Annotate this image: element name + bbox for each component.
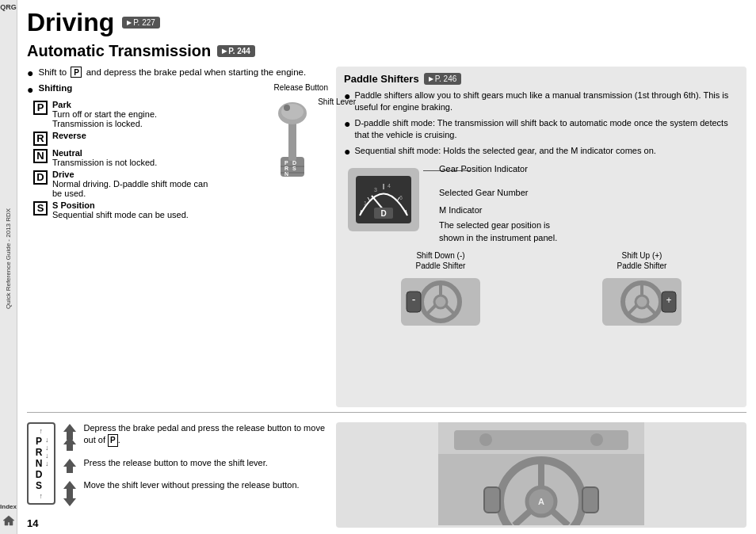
page-title: Driving — [27, 8, 114, 37]
svg-text:4: 4 — [388, 183, 391, 189]
shift-down-title: Shift Down (-) Paddle Shifter — [416, 250, 466, 271]
sidebar-index-label[interactable]: Index — [0, 503, 17, 510]
gear-desc-d: Normal driving. D-paddle shift mode can … — [52, 179, 208, 198]
left-column: ● Shift to P and depress the brake pedal… — [27, 67, 328, 407]
shift-diagram-row: ● Shifting P Park Turn off or start the … — [27, 83, 328, 222]
prnd-diagram: ↑ P R N D S ↓ ↓ ↓ — [27, 422, 55, 505]
gear-list: P Park Turn off or start the engine.Tran… — [27, 100, 217, 219]
p-arrows: ↑ — [40, 427, 44, 435]
selected-gear-label: Selected Gear Number — [439, 188, 529, 197]
intro-shift-to: Shift to — [38, 67, 67, 77]
svg-marker-44 — [63, 459, 76, 473]
gear-name-s: S Position — [52, 200, 95, 210]
p-gear-inline: P — [71, 67, 82, 78]
prnd-row: P R N D S ↓ ↓ ↓ ↓ — [33, 436, 49, 491]
paddle-bullet-text-1: Paddle shifters allow you to shift gears… — [354, 90, 739, 114]
instr-text-1: Depress the brake pedal and press the re… — [84, 422, 329, 447]
gear-text-s: S Position Sequential shift mode can be … — [52, 200, 189, 219]
intro-bullet: ● Shift to P and depress the brake pedal… — [27, 67, 328, 80]
down-arrows-svg-1 — [62, 422, 78, 451]
right-column: Paddle Shifters P. 246 ● Paddle shifters… — [336, 67, 746, 407]
paddle-bullet-text-3: Sequential shift mode: Holds the selecte… — [354, 145, 655, 158]
instr-arrow-3 — [62, 479, 78, 508]
svg-text:A: A — [538, 497, 544, 506]
gear-name-d: Drive — [52, 170, 74, 179]
paddle-ref-badge: P. 246 — [424, 73, 462, 85]
home-icon — [2, 515, 15, 526]
prnd-d: D — [33, 469, 44, 480]
gear-item-d: D Drive Normal driving. D-paddle shift m… — [33, 170, 217, 198]
p-up-arrow: ↑ — [40, 427, 44, 435]
gear-name-n: Neutral — [52, 148, 82, 158]
section-title: Automatic Transmission P. 244 — [27, 42, 746, 60]
paddle-bullet-text-2: D-paddle shift mode: The transmission wi… — [354, 117, 739, 142]
gear-name-p: Park — [52, 100, 71, 109]
svg-rect-55 — [484, 487, 500, 513]
gear-box-n: N — [33, 149, 48, 163]
intro-text: Shift to P and depress the brake pedal w… — [38, 67, 306, 80]
intro-text2: and depress the brake pedal when startin… — [86, 67, 306, 77]
paddle-bullet-2: ● D-paddle shift mode: The transmission … — [344, 117, 739, 142]
section-title-text: Automatic Transmission — [27, 42, 211, 60]
gear-text-d: Drive Normal driving. D-paddle shift mod… — [52, 170, 217, 198]
instr-text-2: Press the release button to move the shi… — [84, 457, 329, 469]
s-arrows: ↑ — [40, 492, 44, 500]
sidebar-home-label[interactable] — [2, 515, 15, 528]
svg-point-59 — [590, 433, 603, 446]
m-indicator-section: M Indicator — [439, 205, 558, 215]
gear-text-r: Reverse — [52, 131, 86, 140]
instr-row-1: Depress the brake pedal and press the re… — [62, 422, 329, 451]
gear-item-n: N Neutral Transmission is not locked. — [33, 148, 217, 167]
arrow-down-4: ↓ — [45, 460, 49, 467]
separator — [27, 412, 746, 413]
prnd-n: N — [33, 458, 44, 469]
svg-text:N: N — [284, 171, 288, 177]
svg-point-4 — [284, 105, 290, 111]
bullet-dot-2: ● — [344, 117, 350, 142]
gear-indicator-labels: Gear Position Indicator Selected Gear Nu… — [431, 164, 558, 244]
arrow-down-2: ↓ — [45, 444, 49, 452]
paddle-title: Paddle Shifters — [344, 73, 419, 85]
bottom-section: ↑ P R N D S ↓ ↓ ↓ — [27, 422, 746, 528]
shift-down-label: Shift Down (-) — [416, 251, 464, 260]
svg-text:D: D — [380, 209, 386, 218]
instr-arrow-1 — [62, 422, 78, 451]
shift-up-svg: + — [598, 274, 685, 330]
prnd-col: P R N D S — [33, 436, 44, 491]
paddle-images-row: Shift Down (-) Paddle Shifter — [344, 250, 739, 330]
sidebar-qrg-label[interactable]: QRG — [0, 0, 18, 14]
prnd-s: S — [33, 480, 44, 491]
gear-box-d: D — [33, 170, 48, 185]
bottom-right: A — [336, 422, 746, 528]
bullet-dot-3: ● — [344, 145, 350, 158]
shifting-bullet: ● — [27, 83, 33, 97]
paddle-bullets: ● Paddle shifters allow you to shift gea… — [344, 90, 739, 158]
instr-arrow-2 — [62, 457, 78, 473]
shifting-label: Shifting — [38, 83, 72, 97]
arrows-col: ↓ ↓ ↓ ↓ — [45, 436, 49, 491]
svg-text:-: - — [412, 293, 416, 306]
gear-indicator-row: D 1 3 4 6 Gear Position Indicator — [344, 164, 739, 244]
gear-desc-n: Transmission is not locked. — [52, 158, 157, 167]
prnd-p: P — [33, 436, 44, 447]
gear-desc-p: Turn off or start the engine.Transmissio… — [52, 109, 157, 128]
shift-list: ● Shifting P Park Turn off or start the … — [27, 83, 217, 222]
svg-text:+: + — [666, 295, 671, 306]
shift-lever-label: Shift Lever — [318, 97, 356, 106]
svg-marker-43 — [63, 437, 76, 451]
down-arrow-svg-2 — [62, 457, 78, 473]
gear-item-p: P Park Turn off or start the engine.Tran… — [33, 100, 217, 128]
sidebar: QRG Quick Reference Guide - 2013 RDX Ind… — [0, 0, 17, 534]
main-content: Driving P. 227 Automatic Transmission P.… — [17, 0, 756, 534]
page-ref-badge: P. 227 — [122, 17, 160, 29]
svg-text:6: 6 — [399, 195, 403, 200]
gear-indicator-svg: D 1 3 4 6 — [344, 164, 423, 235]
release-button-label: Release Button — [274, 83, 328, 92]
gear-name-r: Reverse — [52, 131, 86, 140]
shift-down-sub: Paddle Shifter — [416, 261, 466, 270]
selected-gear-label-row: Selected Gear Number — [439, 188, 558, 197]
selected-gear-text: The selected gear position is shown in t… — [439, 219, 558, 244]
shift-down-box: Shift Down (-) Paddle Shifter — [397, 250, 484, 330]
shift-up-box: Shift Up (+) Paddle Shifter — [598, 250, 685, 330]
shift-up-label: Shift Up (+) — [622, 251, 662, 260]
